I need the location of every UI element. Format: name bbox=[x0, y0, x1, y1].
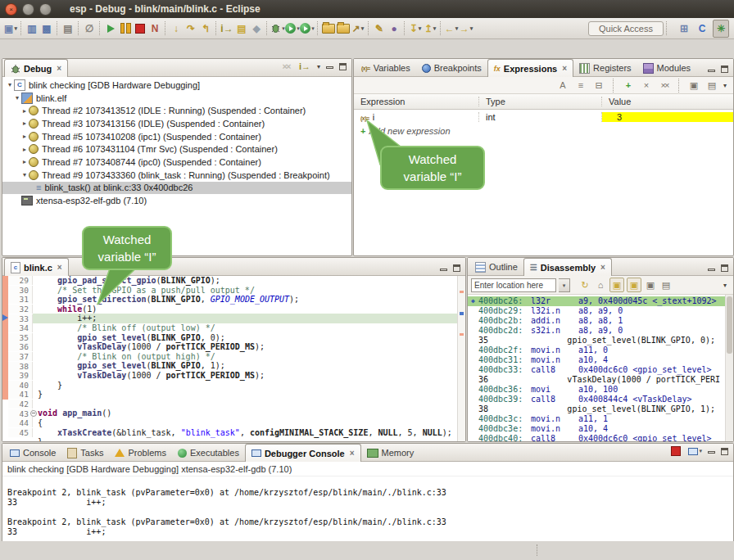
tab-expressions[interactable]: fxExpressions× bbox=[487, 59, 573, 77]
view-menu-chevron-icon[interactable]: ▾ bbox=[317, 63, 320, 70]
disassembly-row[interactable]: 400dbc29:l32i.na8, a9, 0 bbox=[468, 306, 733, 316]
code-line[interactable]: 40 } bbox=[2, 381, 465, 391]
external-tools-icon[interactable]: ▾ bbox=[300, 20, 315, 37]
disassembly-row[interactable]: ◆400dbc26:l32ra9, 0x400d045c <_stext+109… bbox=[468, 296, 733, 306]
disassembly-row[interactable]: 400dbc2f:movi.na11, 0 bbox=[468, 345, 733, 355]
tab-registers[interactable]: Registers bbox=[573, 60, 637, 76]
code-line[interactable]: 34 /* Blink off (output low) */ bbox=[2, 323, 465, 333]
disassembly-row[interactable]: 400dbc2d:s32i.na8, a9, 0 bbox=[468, 326, 733, 336]
terminate-icon[interactable] bbox=[133, 20, 147, 37]
quick-access-button[interactable]: Quick Access bbox=[588, 21, 664, 36]
code-text[interactable]: /* Blink on (output high) */ bbox=[33, 352, 465, 362]
tab-tasks[interactable]: Tasks bbox=[61, 445, 109, 461]
disassembly-row[interactable]: 400dbc2b:addi.na8, a8, 1 bbox=[468, 316, 733, 326]
code-text[interactable]: } bbox=[33, 390, 465, 400]
dropdown-arrow-icon[interactable]: ▾ bbox=[419, 25, 422, 32]
tree-expander-icon[interactable]: ▾ bbox=[20, 171, 29, 178]
type-cell[interactable]: int bbox=[479, 112, 602, 122]
disconnect-icon[interactable]: N bbox=[147, 20, 162, 37]
code-line[interactable]: 37 /* Blink on (output high) */ bbox=[2, 352, 465, 362]
disassembly-row[interactable]: 400dbc39:call80x400844c4 <vTaskDelay> bbox=[468, 395, 733, 404]
step-over-icon[interactable]: ↷ bbox=[184, 20, 198, 37]
maximize-view-icon[interactable] bbox=[339, 63, 347, 70]
view-menu-chevron-icon[interactable]: ▾ bbox=[723, 282, 727, 289]
debug-perspective-icon[interactable]: ✳ bbox=[713, 20, 729, 38]
tab-debugger-console[interactable]: Debugger Console× bbox=[245, 444, 361, 462]
skip-all-breakpoints-icon[interactable]: ∅ bbox=[82, 20, 97, 37]
code-text[interactable]: } bbox=[33, 381, 465, 391]
debug-tree-row[interactable]: ▸Thread #7 1073408744 (ipc0) (Suspended … bbox=[2, 156, 351, 169]
refresh-view-icon[interactable]: ↻ bbox=[578, 278, 591, 291]
code-line[interactable]: 42 bbox=[2, 400, 465, 409]
code-line[interactable]: 43void app_main() bbox=[2, 409, 465, 418]
code-text[interactable]: vTaskDelay(1000 / portTICK_PERIOD_MS); bbox=[33, 371, 465, 381]
dropdown-arrow-icon[interactable]: ▾ bbox=[470, 25, 473, 32]
show-source-toggle-icon[interactable]: ▣ bbox=[609, 278, 624, 292]
code-text[interactable]: gpio_set_level(BLINK_GPIO, 0); bbox=[33, 333, 465, 343]
maximize-view-icon[interactable] bbox=[453, 264, 460, 272]
dropdown-arrow-icon[interactable]: ▾ bbox=[455, 25, 459, 32]
instruction-stepping-icon[interactable]: i→ bbox=[220, 20, 234, 37]
dropdown-arrow-icon[interactable]: ▾ bbox=[14, 25, 17, 32]
code-line[interactable]: 32 while(1) bbox=[2, 305, 465, 314]
code-text[interactable]: vTaskDelay(1000 / portTICK_PERIOD_MS); bbox=[33, 342, 465, 352]
tree-expander-icon[interactable]: ▸ bbox=[20, 120, 29, 127]
debug-tree-row[interactable]: ▾blink.elf bbox=[2, 92, 351, 105]
tab-memory[interactable]: Memory bbox=[361, 445, 420, 461]
window-close-button[interactable]: × bbox=[5, 3, 17, 16]
save-icon[interactable]: ▥ bbox=[25, 20, 39, 37]
minimize-view-icon[interactable] bbox=[708, 265, 715, 272]
maximize-view-icon[interactable] bbox=[721, 65, 728, 73]
run-dropdown-icon[interactable]: ▾ bbox=[285, 20, 300, 37]
disassembly-row[interactable]: 400dbc40:call80x400dc6c0 <gpio_set_level… bbox=[468, 434, 733, 442]
back-icon[interactable]: ←▾ bbox=[444, 20, 459, 37]
tab-problems[interactable]: Problems bbox=[109, 445, 171, 461]
disassembly-row[interactable]: 38 gpio_set_level(BLINK_GPIO, 1); bbox=[468, 404, 733, 414]
view-menu-chevron-icon[interactable]: ▾ bbox=[723, 82, 727, 89]
code-line[interactable]: 36 vTaskDelay(1000 / portTICK_PERIOD_MS)… bbox=[2, 342, 465, 352]
code-line[interactable]: 31 gpio_set_direction(BLINK_GPIO, GPIO_M… bbox=[2, 295, 465, 305]
disassembly-row[interactable]: 35 gpio_set_level(BLINK_GPIO, 0); bbox=[468, 336, 733, 345]
code-line[interactable]: } bbox=[2, 437, 465, 441]
tab-debug[interactable]: Debug × bbox=[4, 59, 68, 77]
code-text[interactable]: gpio_set_level(BLINK_GPIO, 1); bbox=[33, 361, 465, 371]
column-header-expression[interactable]: Expression bbox=[354, 97, 479, 106]
debug-tree-row[interactable]: ▾Thread #9 1073433360 (blink_task : Runn… bbox=[2, 169, 351, 182]
debug-tree-row[interactable]: ▸Thread #2 1073413512 (IDLE : Running) (… bbox=[2, 104, 351, 117]
tab-close-icon[interactable]: × bbox=[57, 263, 62, 272]
debug-launch-tree[interactable]: ▾Cblink checking [GDB Hardware Debugging… bbox=[2, 77, 351, 207]
code-text[interactable]: /* Blink off (output low) */ bbox=[33, 323, 465, 333]
suspend-icon[interactable] bbox=[118, 20, 133, 37]
minimize-view-icon[interactable] bbox=[440, 265, 447, 272]
tree-expander-icon[interactable]: ▸ bbox=[20, 107, 29, 115]
debugger-console-output[interactable]: Breakpoint 2, blink_task (pvParameter=0x… bbox=[2, 485, 733, 540]
disassembly-row[interactable]: 400dbc3c:movi.na11, 1 bbox=[468, 414, 733, 424]
tree-expander-icon[interactable]: ▸ bbox=[20, 158, 29, 165]
dropdown-arrow-icon[interactable]: ▾ bbox=[433, 25, 437, 32]
collapse-all-icon[interactable]: ⊟ bbox=[592, 79, 605, 92]
tab-breakpoints[interactable]: Breakpoints bbox=[416, 60, 487, 76]
code-line[interactable]: 35 gpio_set_level(BLINK_GPIO, 0); bbox=[2, 333, 465, 343]
scrollbar-thumb[interactable] bbox=[727, 296, 732, 354]
breakpoint-types-icon[interactable]: ▤ bbox=[234, 20, 249, 37]
disassembly-row[interactable]: 400dbc33:call80x400dc6c0 <gpio_set_level… bbox=[468, 365, 733, 375]
cpp-perspective-icon[interactable]: C bbox=[695, 20, 709, 37]
tab-close-icon[interactable]: × bbox=[57, 64, 61, 73]
terminate-console-icon[interactable] bbox=[669, 445, 682, 458]
debug-tree-row[interactable]: ▾Cblink checking [GDB Hardware Debugging… bbox=[2, 79, 351, 92]
debug-tree-row[interactable]: xtensa-esp32-elf-gdb (7.10) bbox=[2, 194, 351, 207]
tab-close-icon[interactable]: × bbox=[600, 263, 605, 272]
tab-console[interactable]: Console bbox=[4, 445, 61, 461]
display-selected-console-icon[interactable]: ▾ bbox=[688, 445, 702, 458]
tab-blink-c[interactable]: c blink.c × bbox=[4, 258, 69, 276]
profile-icon[interactable]: ● bbox=[387, 20, 401, 37]
instruction-stepping-mode-icon[interactable]: i→ bbox=[298, 60, 311, 73]
tab-outline[interactable]: Outline bbox=[469, 259, 523, 275]
step-return-icon[interactable]: ↰ bbox=[198, 20, 213, 37]
tab-modules[interactable]: Modules bbox=[637, 60, 697, 76]
expressions-table-header[interactable]: Expression Type Value bbox=[354, 94, 733, 110]
debug-tree-row[interactable]: ▸Thread #3 1073413156 (IDLE) (Suspended … bbox=[2, 117, 351, 130]
editor-code-area[interactable]: 29 gpio_pad_select_gpio(BLINK_GPIO);30 /… bbox=[2, 276, 465, 441]
window-titlebar[interactable]: × esp - Debug - blink/main/blink.c - Ecl… bbox=[0, 0, 734, 18]
disassembly-scrollbar[interactable] bbox=[725, 295, 733, 442]
